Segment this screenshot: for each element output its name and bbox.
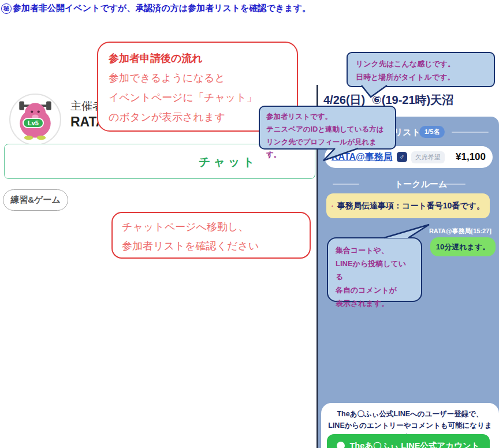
callout-line: リンク先はこんな感じです。	[356, 57, 486, 70]
message-sender-timestamp: RATA@事務局[15:27]	[404, 227, 491, 236]
flow-annotation-line: 参加できるようになると	[109, 68, 286, 88]
callout-line: 各自のコメントが	[336, 283, 414, 297]
male-gender-icon: ♂	[397, 152, 407, 162]
megaphone-icon	[332, 201, 333, 211]
callout-line: 表示されます。	[336, 297, 414, 310]
callout-line: リンク先でプロフィールが見れます。	[266, 136, 389, 161]
callout-line: LINEから投稿している	[336, 257, 414, 283]
line-button-label: Theあ〇ふぃ LINE公式アカウント	[349, 440, 479, 448]
talkroom-divider-right	[439, 184, 466, 185]
participant-fee: ¥1,100	[456, 151, 486, 163]
callout-line: テニスベアのIDと連動している方は	[266, 123, 389, 136]
callout-line: 集合コートや、	[336, 244, 414, 257]
office-notice-box: 事務局伝達事項：コート番号10番です。	[326, 193, 490, 218]
line-official-account-button[interactable]: Theあ〇ふぃ LINE公式アカウント	[327, 434, 490, 448]
top-notice: 秘 参加者非公開イベントですが、承認済の方は参加者リストを確認できます。	[1, 3, 311, 14]
line-promo-line: Theあ〇ふぃ公式LINEへのユーザー登録で、	[321, 408, 499, 420]
level-badge: Lv5	[23, 118, 44, 128]
participant-count-badge: 1/5名	[419, 126, 445, 138]
callout-line: 日時と場所がタイトルです。	[356, 70, 486, 84]
event-title-rest: ⑥(19-21時)天沼	[372, 94, 453, 106]
attendance-status-badge: 欠席希望	[411, 151, 445, 163]
secret-icon: 秘	[1, 3, 12, 14]
chat-message-bubble: 10分遅れます。	[430, 237, 496, 256]
flow-annotation-title: 参加者申請後の流れ	[109, 48, 286, 68]
chat-page-annotation-box: チャットページへ移動し、 参加者リストを確認ください	[111, 212, 311, 259]
chat-button-label: チャット	[199, 154, 258, 170]
talkroom-divider-left	[333, 184, 359, 185]
callout-line: 参加者リストです。	[266, 110, 389, 123]
chat-page-annotation-line: チャットページへ移動し、	[122, 218, 300, 237]
line-logo-icon	[337, 442, 345, 448]
comments-explanation-callout: 集合コートや、 LINEから投稿している 各自のコメントが 表示されます。	[327, 237, 422, 302]
category-tag: 練習&ゲーム	[3, 189, 68, 211]
office-notice-text: 事務局伝達事項：コート番号10番です。	[337, 201, 485, 211]
link-explanation-callout: リンク先はこんな感じです。 日時と場所がタイトルです。	[347, 52, 495, 87]
top-notice-text: 参加者非公開イベントですが、承認済の方は参加者リストを確認できます。	[13, 3, 311, 14]
participant-list-callout: 参加者リストです。 テニスベアのIDと連動している方は リンク先でプロフィールが…	[259, 106, 396, 150]
tutorial-screenshot: 秘 参加者非公開イベントですが、承認済の方は参加者リストを確認できます。 Lv5…	[0, 0, 499, 448]
header-divider	[452, 132, 489, 133]
chat-page-annotation-line: 参加者リストを確認ください	[122, 237, 300, 256]
flow-annotation-line: イベントページに「チャット」	[109, 88, 286, 107]
